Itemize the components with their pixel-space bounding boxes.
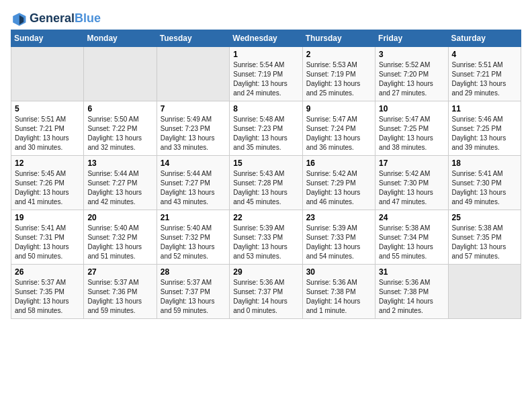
day-number: 4	[452, 50, 517, 59]
logo: GeneralBlue	[11, 11, 101, 27]
column-header-wednesday: Wednesday	[230, 30, 302, 47]
page-header: GeneralBlue	[11, 11, 521, 27]
calendar-table: SundayMondayTuesdayWednesdayThursdayFrid…	[11, 30, 521, 319]
day-number: 14	[161, 158, 226, 168]
day-number: 6	[87, 104, 152, 113]
calendar-cell: 21Sunrise: 5:40 AM Sunset: 7:32 PM Dayli…	[157, 210, 229, 265]
column-header-thursday: Thursday	[302, 30, 375, 47]
day-number: 18	[452, 158, 517, 168]
calendar-cell: 2Sunrise: 5:53 AM Sunset: 7:19 PM Daylig…	[302, 47, 375, 101]
calendar-cell: 27Sunrise: 5:37 AM Sunset: 7:36 PM Dayli…	[84, 265, 157, 319]
calendar-week-row: 5Sunrise: 5:51 AM Sunset: 7:21 PM Daylig…	[11, 101, 521, 156]
calendar-cell: 3Sunrise: 5:52 AM Sunset: 7:20 PM Daylig…	[375, 47, 448, 101]
day-number: 25	[452, 213, 517, 222]
calendar-cell: 29Sunrise: 5:36 AM Sunset: 7:37 PM Dayli…	[230, 265, 302, 319]
calendar-week-row: 1Sunrise: 5:54 AM Sunset: 7:19 PM Daylig…	[11, 47, 521, 101]
day-info: Sunrise: 5:42 AM Sunset: 7:30 PM Dayligh…	[379, 169, 444, 207]
calendar-cell: 15Sunrise: 5:43 AM Sunset: 7:28 PM Dayli…	[230, 156, 302, 210]
calendar-cell	[11, 47, 84, 101]
day-info: Sunrise: 5:36 AM Sunset: 7:38 PM Dayligh…	[306, 278, 371, 316]
calendar-cell: 22Sunrise: 5:39 AM Sunset: 7:33 PM Dayli…	[230, 210, 302, 265]
calendar-cell: 16Sunrise: 5:42 AM Sunset: 7:29 PM Dayli…	[302, 156, 375, 210]
day-number: 26	[15, 267, 80, 277]
day-number: 15	[233, 158, 298, 168]
day-info: Sunrise: 5:51 AM Sunset: 7:21 PM Dayligh…	[452, 60, 517, 98]
day-number: 21	[161, 213, 226, 222]
day-number: 5	[15, 104, 80, 113]
day-info: Sunrise: 5:41 AM Sunset: 7:30 PM Dayligh…	[452, 169, 517, 207]
day-info: Sunrise: 5:46 AM Sunset: 7:25 PM Dayligh…	[452, 115, 517, 152]
day-number: 27	[87, 267, 152, 277]
column-header-monday: Monday	[84, 30, 157, 47]
day-info: Sunrise: 5:39 AM Sunset: 7:33 PM Dayligh…	[306, 224, 371, 261]
day-info: Sunrise: 5:50 AM Sunset: 7:22 PM Dayligh…	[87, 115, 152, 152]
logo-icon	[11, 11, 27, 27]
day-number: 24	[379, 213, 444, 222]
day-info: Sunrise: 5:49 AM Sunset: 7:23 PM Dayligh…	[161, 115, 226, 152]
day-info: Sunrise: 5:51 AM Sunset: 7:21 PM Dayligh…	[15, 115, 80, 152]
calendar-cell: 17Sunrise: 5:42 AM Sunset: 7:30 PM Dayli…	[375, 156, 448, 210]
day-number: 20	[87, 213, 152, 222]
calendar-cell: 6Sunrise: 5:50 AM Sunset: 7:22 PM Daylig…	[84, 101, 157, 156]
day-info: Sunrise: 5:52 AM Sunset: 7:20 PM Dayligh…	[379, 60, 444, 98]
day-info: Sunrise: 5:43 AM Sunset: 7:28 PM Dayligh…	[233, 169, 298, 207]
calendar-cell: 23Sunrise: 5:39 AM Sunset: 7:33 PM Dayli…	[302, 210, 375, 265]
calendar-cell: 26Sunrise: 5:37 AM Sunset: 7:35 PM Dayli…	[11, 265, 84, 319]
day-number: 1	[233, 50, 298, 59]
day-number: 3	[379, 50, 444, 59]
calendar-cell: 10Sunrise: 5:47 AM Sunset: 7:25 PM Dayli…	[375, 101, 448, 156]
calendar-cell: 20Sunrise: 5:40 AM Sunset: 7:32 PM Dayli…	[84, 210, 157, 265]
day-number: 13	[87, 158, 152, 168]
day-info: Sunrise: 5:41 AM Sunset: 7:31 PM Dayligh…	[15, 224, 80, 261]
day-number: 23	[306, 213, 371, 222]
day-number: 8	[233, 104, 298, 113]
calendar-week-row: 19Sunrise: 5:41 AM Sunset: 7:31 PM Dayli…	[11, 210, 521, 265]
day-info: Sunrise: 5:47 AM Sunset: 7:25 PM Dayligh…	[379, 115, 444, 152]
day-info: Sunrise: 5:44 AM Sunset: 7:27 PM Dayligh…	[87, 169, 152, 207]
calendar-cell: 14Sunrise: 5:44 AM Sunset: 7:27 PM Dayli…	[157, 156, 229, 210]
day-info: Sunrise: 5:47 AM Sunset: 7:24 PM Dayligh…	[306, 115, 371, 152]
calendar-cell	[157, 47, 229, 101]
calendar-cell: 19Sunrise: 5:41 AM Sunset: 7:31 PM Dayli…	[11, 210, 84, 265]
calendar-cell: 5Sunrise: 5:51 AM Sunset: 7:21 PM Daylig…	[11, 101, 84, 156]
calendar-cell: 31Sunrise: 5:36 AM Sunset: 7:38 PM Dayli…	[375, 265, 448, 319]
calendar-cell: 4Sunrise: 5:51 AM Sunset: 7:21 PM Daylig…	[448, 47, 521, 101]
calendar-cell: 1Sunrise: 5:54 AM Sunset: 7:19 PM Daylig…	[230, 47, 302, 101]
calendar-header-row: SundayMondayTuesdayWednesdayThursdayFrid…	[11, 30, 521, 47]
calendar-cell: 24Sunrise: 5:38 AM Sunset: 7:34 PM Dayli…	[375, 210, 448, 265]
day-info: Sunrise: 5:37 AM Sunset: 7:37 PM Dayligh…	[161, 278, 226, 316]
day-info: Sunrise: 5:39 AM Sunset: 7:33 PM Dayligh…	[233, 224, 298, 261]
column-header-tuesday: Tuesday	[157, 30, 229, 47]
day-info: Sunrise: 5:40 AM Sunset: 7:32 PM Dayligh…	[87, 224, 152, 261]
day-number: 17	[379, 158, 444, 168]
day-info: Sunrise: 5:44 AM Sunset: 7:27 PM Dayligh…	[161, 169, 226, 207]
calendar-cell	[84, 47, 157, 101]
calendar-cell: 11Sunrise: 5:46 AM Sunset: 7:25 PM Dayli…	[448, 101, 521, 156]
day-number: 30	[306, 267, 371, 277]
calendar-cell: 12Sunrise: 5:45 AM Sunset: 7:26 PM Dayli…	[11, 156, 84, 210]
calendar-cell: 28Sunrise: 5:37 AM Sunset: 7:37 PM Dayli…	[157, 265, 229, 319]
day-info: Sunrise: 5:42 AM Sunset: 7:29 PM Dayligh…	[306, 169, 371, 207]
day-number: 16	[306, 158, 371, 168]
day-number: 22	[233, 213, 298, 222]
day-number: 2	[306, 50, 371, 59]
day-info: Sunrise: 5:48 AM Sunset: 7:23 PM Dayligh…	[233, 115, 298, 152]
day-info: Sunrise: 5:36 AM Sunset: 7:37 PM Dayligh…	[233, 278, 298, 316]
calendar-cell: 7Sunrise: 5:49 AM Sunset: 7:23 PM Daylig…	[157, 101, 229, 156]
calendar-cell: 9Sunrise: 5:47 AM Sunset: 7:24 PM Daylig…	[302, 101, 375, 156]
day-info: Sunrise: 5:40 AM Sunset: 7:32 PM Dayligh…	[161, 224, 226, 261]
day-number: 10	[379, 104, 444, 113]
day-number: 7	[161, 104, 226, 113]
column-header-saturday: Saturday	[448, 30, 521, 47]
day-info: Sunrise: 5:53 AM Sunset: 7:19 PM Dayligh…	[306, 60, 371, 98]
day-number: 28	[161, 267, 226, 277]
column-header-friday: Friday	[375, 30, 448, 47]
day-number: 31	[379, 267, 444, 277]
calendar-cell	[448, 265, 521, 319]
day-info: Sunrise: 5:37 AM Sunset: 7:35 PM Dayligh…	[15, 278, 80, 316]
day-info: Sunrise: 5:36 AM Sunset: 7:38 PM Dayligh…	[379, 278, 444, 316]
day-number: 29	[233, 267, 298, 277]
day-number: 9	[306, 104, 371, 113]
calendar-cell: 13Sunrise: 5:44 AM Sunset: 7:27 PM Dayli…	[84, 156, 157, 210]
day-info: Sunrise: 5:54 AM Sunset: 7:19 PM Dayligh…	[233, 60, 298, 98]
